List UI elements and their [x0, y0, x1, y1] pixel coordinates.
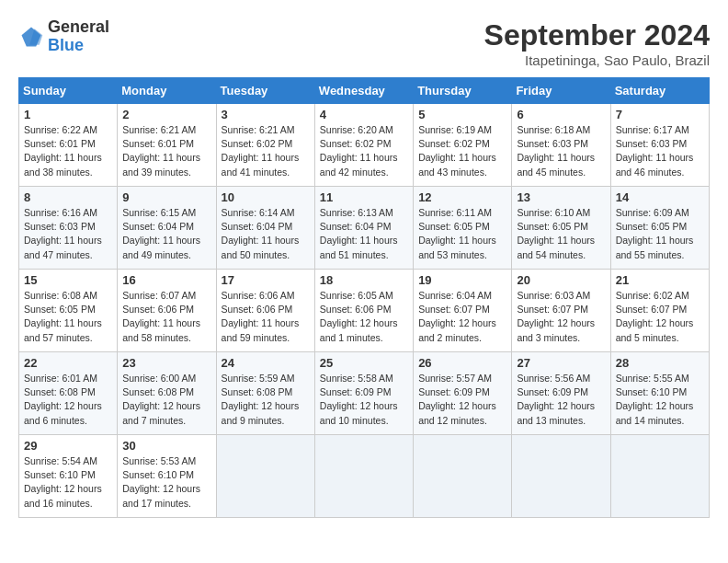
day-cell: 12Sunrise: 6:11 AMSunset: 6:05 PMDayligh… [414, 187, 512, 270]
day-info: Sunrise: 6:00 AMSunset: 6:08 PMDaylight:… [122, 373, 200, 426]
day-info: Sunrise: 6:01 AMSunset: 6:08 PMDaylight:… [24, 373, 102, 426]
day-info: Sunrise: 6:21 AMSunset: 6:01 PMDaylight:… [122, 124, 200, 178]
day-info: Sunrise: 6:21 AMSunset: 6:02 PMDaylight:… [222, 124, 300, 178]
calendar-table: SundayMondayTuesdayWednesdayThursdayFrid… [18, 77, 710, 518]
week-row-1: 1Sunrise: 6:22 AMSunset: 6:01 PMDaylight… [19, 104, 710, 187]
day-cell: 29Sunrise: 5:54 AMSunset: 6:10 PMDayligh… [19, 435, 118, 518]
week-row-5: 29Sunrise: 5:54 AMSunset: 6:10 PMDayligh… [19, 435, 710, 518]
day-number: 17 [222, 273, 310, 287]
week-row-2: 8Sunrise: 6:16 AMSunset: 6:03 PMDaylight… [19, 187, 710, 270]
day-cell: 20Sunrise: 6:03 AMSunset: 6:07 PMDayligh… [512, 270, 610, 352]
header-wednesday: Wednesday [314, 78, 413, 104]
day-cell: 18Sunrise: 6:05 AMSunset: 6:06 PMDayligh… [314, 270, 413, 352]
header-tuesday: Tuesday [216, 78, 314, 104]
day-number: 8 [24, 190, 112, 204]
logo-text: General Blue [48, 18, 109, 55]
day-cell: 13Sunrise: 6:10 AMSunset: 6:05 PMDayligh… [512, 187, 610, 270]
day-number: 9 [122, 190, 210, 204]
month-title: September 2024 [484, 18, 710, 52]
header-monday: Monday [118, 78, 216, 104]
day-number: 24 [222, 356, 310, 370]
day-number: 11 [320, 190, 408, 204]
day-number: 29 [24, 439, 112, 453]
day-number: 6 [517, 108, 605, 121]
day-info: Sunrise: 5:57 AMSunset: 6:09 PMDaylight:… [418, 373, 496, 426]
day-cell: 8Sunrise: 6:16 AMSunset: 6:03 PMDaylight… [19, 187, 118, 270]
day-number: 27 [517, 356, 605, 370]
logo-blue: Blue [48, 36, 84, 54]
day-cell: 3Sunrise: 6:21 AMSunset: 6:02 PMDaylight… [216, 104, 314, 187]
day-info: Sunrise: 6:22 AMSunset: 6:01 PMDaylight:… [24, 124, 102, 178]
day-number: 22 [24, 356, 112, 370]
week-row-4: 22Sunrise: 6:01 AMSunset: 6:08 PMDayligh… [19, 352, 710, 435]
day-info: Sunrise: 6:06 AMSunset: 6:06 PMDaylight:… [222, 290, 300, 343]
day-number: 2 [122, 108, 210, 121]
day-number: 1 [24, 108, 112, 121]
day-cell [414, 435, 512, 518]
day-number: 14 [616, 190, 704, 204]
day-number: 21 [616, 273, 704, 287]
day-info: Sunrise: 6:08 AMSunset: 6:05 PMDaylight:… [24, 290, 102, 343]
day-number: 20 [517, 273, 605, 287]
day-number: 18 [320, 273, 408, 287]
day-cell [216, 435, 314, 518]
day-number: 10 [222, 190, 310, 204]
day-info: Sunrise: 6:18 AMSunset: 6:03 PMDaylight:… [517, 124, 595, 178]
day-cell: 6Sunrise: 6:18 AMSunset: 6:03 PMDaylight… [512, 104, 610, 187]
page-header: General Blue September 2024 Itapetininga… [18, 18, 710, 68]
day-cell: 7Sunrise: 6:17 AMSunset: 6:03 PMDaylight… [610, 104, 709, 187]
day-number: 25 [320, 356, 408, 370]
logo: General Blue [18, 18, 109, 55]
day-cell [610, 435, 709, 518]
day-number: 3 [222, 108, 310, 121]
day-cell: 17Sunrise: 6:06 AMSunset: 6:06 PMDayligh… [216, 270, 314, 352]
day-info: Sunrise: 6:20 AMSunset: 6:02 PMDaylight:… [320, 124, 398, 178]
day-number: 5 [418, 108, 506, 121]
day-cell: 15Sunrise: 6:08 AMSunset: 6:05 PMDayligh… [19, 270, 118, 352]
day-cell: 24Sunrise: 5:59 AMSunset: 6:08 PMDayligh… [216, 352, 314, 435]
day-info: Sunrise: 6:02 AMSunset: 6:07 PMDaylight:… [616, 290, 694, 343]
day-number: 19 [418, 273, 506, 287]
week-row-3: 15Sunrise: 6:08 AMSunset: 6:05 PMDayligh… [19, 270, 710, 352]
day-cell: 27Sunrise: 5:56 AMSunset: 6:09 PMDayligh… [512, 352, 610, 435]
day-info: Sunrise: 6:16 AMSunset: 6:03 PMDaylight:… [24, 207, 102, 260]
day-number: 13 [517, 190, 605, 204]
day-info: Sunrise: 6:09 AMSunset: 6:05 PMDaylight:… [616, 207, 694, 260]
day-cell [512, 435, 610, 518]
day-cell: 5Sunrise: 6:19 AMSunset: 6:02 PMDaylight… [414, 104, 512, 187]
header-friday: Friday [512, 78, 610, 104]
day-number: 26 [418, 356, 506, 370]
day-cell: 23Sunrise: 6:00 AMSunset: 6:08 PMDayligh… [118, 352, 216, 435]
day-cell: 19Sunrise: 6:04 AMSunset: 6:07 PMDayligh… [414, 270, 512, 352]
day-cell: 1Sunrise: 6:22 AMSunset: 6:01 PMDaylight… [19, 104, 118, 187]
header-sunday: Sunday [19, 78, 118, 104]
day-number: 7 [616, 108, 704, 121]
day-info: Sunrise: 5:59 AMSunset: 6:08 PMDaylight:… [222, 373, 300, 426]
day-cell: 4Sunrise: 6:20 AMSunset: 6:02 PMDaylight… [314, 104, 413, 187]
day-cell: 16Sunrise: 6:07 AMSunset: 6:06 PMDayligh… [118, 270, 216, 352]
day-info: Sunrise: 6:04 AMSunset: 6:07 PMDaylight:… [418, 290, 496, 343]
day-cell: 10Sunrise: 6:14 AMSunset: 6:04 PMDayligh… [216, 187, 314, 270]
day-info: Sunrise: 6:15 AMSunset: 6:04 PMDaylight:… [122, 207, 200, 260]
day-info: Sunrise: 6:13 AMSunset: 6:04 PMDaylight:… [320, 207, 398, 260]
day-cell: 26Sunrise: 5:57 AMSunset: 6:09 PMDayligh… [414, 352, 512, 435]
day-info: Sunrise: 6:05 AMSunset: 6:06 PMDaylight:… [320, 290, 398, 343]
day-info: Sunrise: 5:53 AMSunset: 6:10 PMDaylight:… [122, 455, 200, 509]
day-number: 28 [616, 356, 704, 370]
day-info: Sunrise: 5:56 AMSunset: 6:09 PMDaylight:… [517, 373, 595, 426]
day-cell: 22Sunrise: 6:01 AMSunset: 6:08 PMDayligh… [19, 352, 118, 435]
header-thursday: Thursday [414, 78, 512, 104]
day-info: Sunrise: 5:55 AMSunset: 6:10 PMDaylight:… [616, 373, 694, 426]
header-saturday: Saturday [610, 78, 709, 104]
day-cell: 25Sunrise: 5:58 AMSunset: 6:09 PMDayligh… [314, 352, 413, 435]
day-info: Sunrise: 5:58 AMSunset: 6:09 PMDaylight:… [320, 373, 398, 426]
day-info: Sunrise: 6:03 AMSunset: 6:07 PMDaylight:… [517, 290, 595, 343]
day-number: 23 [122, 356, 210, 370]
day-cell [314, 435, 413, 518]
calendar-header-row: SundayMondayTuesdayWednesdayThursdayFrid… [19, 78, 710, 104]
day-info: Sunrise: 6:10 AMSunset: 6:05 PMDaylight:… [517, 207, 595, 260]
day-cell: 28Sunrise: 5:55 AMSunset: 6:10 PMDayligh… [610, 352, 709, 435]
day-number: 15 [24, 273, 112, 287]
day-number: 12 [418, 190, 506, 204]
day-info: Sunrise: 6:07 AMSunset: 6:06 PMDaylight:… [122, 290, 200, 343]
